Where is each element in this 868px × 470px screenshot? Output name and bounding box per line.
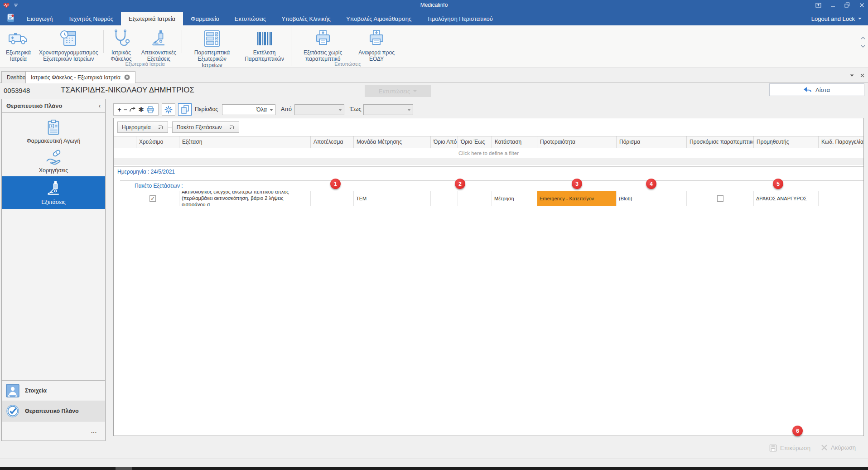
- print-grid-icon[interactable]: [146, 106, 154, 113]
- collapse-chevron-icon[interactable]: ‹: [99, 102, 101, 109]
- referral-list-icon: [202, 29, 222, 48]
- add-row-icon[interactable]: +: [117, 107, 121, 113]
- patient-header: 0053948 ΤΣΑΚΙΡΙΔΗΣ-ΝΙΚΟΛΑΟΥ ΔΗΜΗΤΡΙΟΣ Εκ…: [0, 83, 868, 99]
- sidebar-overflow-button[interactable]: ...: [2, 422, 105, 441]
- ribbon-item-label: Εξετάσεις χωρίς παραπεμπτικό: [298, 49, 347, 62]
- ribbon-exetaseis-xoris-parapemptiko-button[interactable]: Εξετάσεις χωρίς παραπεμπτικό: [294, 28, 352, 63]
- ribbon-separator: [182, 30, 182, 53]
- ribbon-separator: [103, 30, 104, 53]
- ribbon-ektelesi-parapemptikon-button[interactable]: Εκτέλεση Παραπεμπτικών: [241, 28, 288, 63]
- menu-item-ektyposeis[interactable]: Εκτυπώσεις: [227, 12, 274, 25]
- stethoscope-icon: [111, 29, 131, 48]
- ribbon-iatrikos-fakelos-button[interactable]: Ιατρικός Φάκελος: [105, 28, 137, 63]
- sidebar-item-farmakeftiki-agogi[interactable]: Φαρμακευτική Αγωγή: [2, 116, 105, 146]
- period-dropdown[interactable]: Όλα: [222, 104, 275, 115]
- group-chip-label: Πακέτο Εξετάσεων: [177, 124, 222, 131]
- ribbon-item-label: Χρονοπρογραμματισμός Εξωτερικών Ιατρείων: [39, 49, 98, 62]
- logout-and-lock-button[interactable]: Logout and Lock: [811, 12, 868, 25]
- cell-priority[interactable]: Emergency - Κατεπείγον: [537, 191, 617, 206]
- sidebar-item-therapeftiko-plano[interactable]: Θεραπευτικό Πλάνο: [2, 401, 105, 422]
- sort-ascending-icon: [158, 125, 164, 130]
- pages-icon[interactable]: [181, 105, 189, 114]
- column-header-proteraiotita[interactable]: Προτεραιότητα: [537, 136, 617, 148]
- ribbon-anafora-eody-button[interactable]: Αναφορά προς ΕΟΔΥ: [352, 28, 401, 63]
- cell-billable[interactable]: ✓: [126, 191, 179, 206]
- sidebar-item-exetaseis-selected[interactable]: Εξετάσεις: [2, 176, 105, 209]
- minimize-button[interactable]: [829, 2, 836, 8]
- tab-label: Ιατρικός Φάκελος - Εξωτερικά Ιατρεία: [31, 74, 121, 81]
- asterisk-icon[interactable]: ✱: [138, 106, 144, 113]
- back-to-list-button[interactable]: Λίστα: [769, 83, 864, 96]
- column-header-katastasi[interactable]: Κατάσταση: [492, 136, 537, 148]
- column-header-exetasi[interactable]: Εξέταση: [179, 136, 311, 148]
- group-spacer: [114, 158, 863, 165]
- menu-item-eisagogi[interactable]: Εισαγωγή: [19, 12, 60, 25]
- column-header-xreosimo[interactable]: Χρεώσιμο: [136, 136, 179, 148]
- column-header-promitheutis[interactable]: Προμηθευτής: [754, 136, 819, 148]
- save-floppy-icon: [769, 444, 777, 452]
- column-header-apotelesma[interactable]: Αποτέλεσμα: [311, 136, 354, 148]
- menu-item-ypovoles-aimokatharsis[interactable]: Υποβολές Αιμοκάθαρσης: [338, 12, 419, 25]
- menu-item-exoterika-iatreia[interactable]: Εξωτερικά Ιατρεία: [121, 12, 183, 25]
- close-button[interactable]: [858, 2, 865, 8]
- ribbon-group-caption: Εξωτερικά Ιατρεία: [0, 61, 290, 67]
- chevron-down-icon: [338, 109, 342, 111]
- column-header-orio-apo[interactable]: Όριο Από: [431, 136, 458, 148]
- cell-status[interactable]: Μέτρηση: [492, 191, 537, 206]
- menu-item-timologisi-peristatikou[interactable]: Τιμολόγηση Περιστατικού: [419, 12, 501, 25]
- cell-supplier[interactable]: ΔΡΑΚΟΣ ΑΝΑΡΓΥΡΟΣ: [754, 191, 819, 206]
- taskbar-strip: [0, 467, 868, 470]
- remove-row-icon[interactable]: −: [123, 107, 127, 113]
- column-header-kod-paraggelias[interactable]: Κωδ. Παραγγελίας: [819, 136, 863, 148]
- cancel-x-icon: [821, 444, 828, 451]
- gear-icon[interactable]: [164, 106, 173, 114]
- ribbon-scroll-up-icon[interactable]: [861, 36, 865, 39]
- checkbox-unchecked-icon[interactable]: [717, 195, 723, 202]
- redo-arrow-icon[interactable]: [129, 107, 136, 112]
- filter-row[interactable]: Click here to define a filter: [114, 148, 863, 158]
- ribbon-scroll-down-icon[interactable]: [861, 45, 865, 48]
- pin-window-icon[interactable]: [815, 2, 822, 8]
- barcode-icon: [255, 29, 275, 48]
- cell-order-code[interactable]: [819, 191, 863, 206]
- group-chip-imerominia[interactable]: Ημερομηνία: [117, 121, 168, 133]
- app-document-icon[interactable]: [6, 14, 15, 23]
- tab-iatrikos-fakelos[interactable]: Ιατρικός Φάκελος - Εξωτερικά Ιατρεία: [25, 71, 135, 83]
- restore-button[interactable]: [844, 2, 851, 8]
- status-bar: [0, 459, 868, 467]
- checkbox-checked-icon[interactable]: ✓: [149, 195, 156, 202]
- group-by-panel[interactable]: Ημερομηνία Πακέτο Εξετάσεων: [114, 118, 863, 136]
- window-title: Medicalinfo: [0, 2, 868, 8]
- sidebar-header: Θεραπευτικό Πλάνο ‹: [2, 99, 105, 113]
- group-row-date[interactable]: Ημερομηνία : 24/5/2021: [114, 166, 863, 177]
- ribbon-exoterika-iatreia-button[interactable]: Εξωτερικά Ιατρεία: [2, 28, 35, 63]
- cell-unit[interactable]: TEM: [354, 191, 431, 206]
- column-header-porisma[interactable]: Πόρισμα: [617, 136, 687, 148]
- tab-close-icon[interactable]: [124, 74, 130, 80]
- from-dropdown-disabled: [294, 104, 344, 115]
- cell-brought-referral[interactable]: [687, 191, 754, 206]
- sidebar-item-xorigiseis[interactable]: Χορηγήσεις: [2, 146, 105, 176]
- column-header-monada-metrisis[interactable]: Μονάδα Μέτρησης: [354, 136, 431, 148]
- ribbon-xronoprogrammatismos-button[interactable]: Χρονοπρογραμματισμός Εξωτερικών Ιατρείων: [35, 28, 102, 63]
- ribbon-apeikonistikes-button[interactable]: Απεικονιστικές Εξετάσεις: [137, 28, 180, 63]
- exam-data-row[interactable]: ✓ Ακτινολογικός έλεγχος ανωτέρω πεπτικού…: [126, 191, 863, 206]
- cell-exam[interactable]: Ακτινολογικός έλεγχος ανωτέρω πεπτικού α…: [179, 191, 311, 206]
- sidebar-item-stoixeia[interactable]: Στοιχεία: [2, 381, 105, 401]
- menu-item-farmakeio[interactable]: Φαρμακείο: [183, 12, 227, 25]
- chevron-down-icon: [858, 18, 862, 19]
- cell-limit-to[interactable]: [458, 191, 492, 206]
- group-chip-paketo-exetaseon[interactable]: Πακέτο Εξετάσεων: [172, 121, 239, 133]
- column-header-proskomise-parapemptiko[interactable]: Προσκόμισε παραπεμπτικό: [687, 136, 754, 148]
- tab-list-dropdown-icon[interactable]: [850, 74, 854, 77]
- cell-report[interactable]: (Blob): [617, 191, 687, 206]
- tabstrip-close-icon[interactable]: [860, 73, 864, 78]
- prints-button-label: Εκτυπώσεις: [379, 88, 410, 95]
- column-header-orio-eos[interactable]: Όριο Έως: [458, 136, 492, 148]
- cell-limit-from[interactable]: [431, 191, 458, 206]
- group-row-exam-package[interactable]: Πακέτο Εξετάσεων :: [120, 180, 863, 191]
- menu-item-ypovoles-klinikis[interactable]: Υποβολές Κλινικής: [274, 12, 338, 25]
- menu-item-texnitos-nefros[interactable]: Τεχνητός Νεφρός: [60, 12, 121, 25]
- cell-result[interactable]: [311, 191, 354, 206]
- ribbon-group-caption: Εκτυπώσεις: [292, 61, 403, 67]
